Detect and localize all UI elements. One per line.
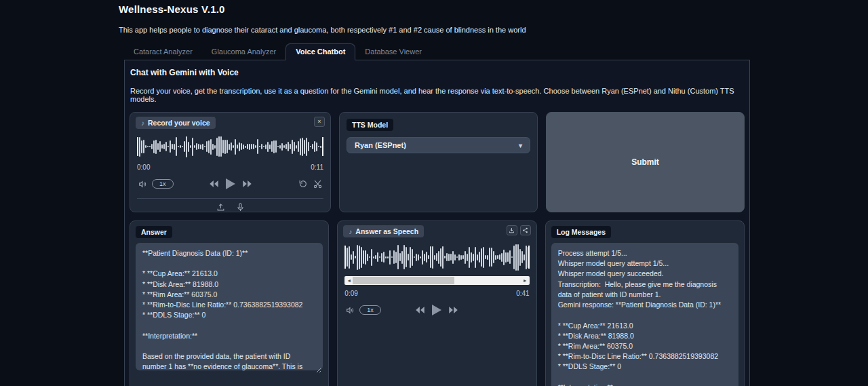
tab-cataract-analyzer[interactable]: Cataract Analyzer	[124, 44, 202, 60]
answer-label: Answer	[136, 226, 172, 238]
speech-label: Answer as Speech	[355, 227, 418, 235]
page-title: Wellness-Nexus V.1.0	[119, 3, 750, 15]
speech-time-total: 0:41	[516, 290, 529, 297]
tts-model-block: TTS Model Ryan (ESPnet) ▾	[339, 112, 538, 212]
audio-recorder: ♪ Record your voice × 0:00 0:11 1x	[130, 112, 331, 212]
music-note-icon: ♪	[349, 228, 352, 235]
chevron-down-icon: ▾	[519, 142, 522, 149]
speech-times: 0:09 0:41	[343, 290, 530, 297]
log-messages-textbox[interactable]: Process attempt 1/5... Whisper model que…	[551, 243, 738, 386]
speech-scrollbar[interactable]: ◄ ►	[344, 276, 529, 285]
app-subtitle: This app helps people to diagnose their …	[119, 26, 750, 34]
volume-icon[interactable]	[138, 180, 147, 189]
fast-forward-icon[interactable]	[448, 306, 458, 314]
recorder-speed-button[interactable]: 1x	[152, 179, 174, 189]
speech-label-badge: ♪ Answer as Speech	[343, 225, 424, 237]
download-icon[interactable]	[507, 225, 517, 235]
upload-icon[interactable]	[216, 203, 225, 212]
trim-scissors-icon[interactable]	[313, 180, 322, 189]
submit-button[interactable]: Submit	[546, 112, 745, 212]
log-messages-label: Log Messages	[551, 226, 611, 238]
section-description: Record your voice, get the transcription…	[130, 87, 745, 103]
rewind-icon[interactable]	[415, 306, 425, 314]
recorder-sources	[136, 203, 325, 212]
recorder-label-badge: ♪ Record your voice	[136, 117, 216, 129]
speech-waveform[interactable]	[344, 243, 529, 271]
tts-model-dropdown[interactable]: Ryan (ESPnet) ▾	[347, 137, 530, 153]
play-icon[interactable]	[225, 178, 236, 190]
speech-controls: 1x	[343, 303, 530, 317]
recorder-controls: 1x	[136, 177, 325, 191]
recorder-time-current: 0:00	[137, 163, 150, 171]
volume-icon[interactable]	[346, 306, 355, 315]
undo-icon[interactable]	[298, 180, 307, 189]
recorder-time-total: 0:11	[311, 163, 323, 171]
answer-textbox[interactable]: **Patient Diagnosis Data (ID: 1)** * **C…	[136, 243, 323, 370]
section-heading: Chat with Gemini with Voice	[130, 68, 745, 77]
tab-voice-chatbot[interactable]: Voice Chatbot	[285, 43, 355, 60]
tts-model-selected: Ryan (ESPnet)	[355, 141, 406, 149]
tts-model-label: TTS Model	[347, 119, 393, 131]
tab-database-viewer[interactable]: Database Viewer	[355, 44, 431, 60]
rewind-icon[interactable]	[209, 180, 219, 188]
close-icon[interactable]: ×	[314, 117, 325, 127]
scroll-left-icon[interactable]: ◄	[347, 276, 351, 285]
scroll-right-icon[interactable]: ►	[523, 276, 528, 285]
tab-glaucoma-analyzer[interactable]: Glaucoma Analyzer	[202, 44, 285, 60]
fast-forward-icon[interactable]	[242, 180, 252, 188]
app-container: Wellness-Nexus V.1.0 This app helps peop…	[119, 0, 750, 386]
microphone-icon[interactable]	[236, 203, 245, 212]
speech-time-current: 0:09	[344, 290, 357, 297]
recorder-divider	[137, 198, 323, 199]
answer-block: Answer **Patient Diagnosis Data (ID: 1)*…	[130, 220, 329, 386]
voice-chatbot-panel: Chat with Gemini with Voice Record your …	[124, 60, 750, 386]
output-row: Answer **Patient Diagnosis Data (ID: 1)*…	[130, 220, 745, 386]
play-icon[interactable]	[431, 304, 442, 316]
speech-speed-button[interactable]: 1x	[359, 305, 381, 315]
log-messages-block: Log Messages Process attempt 1/5... Whis…	[545, 220, 745, 386]
recorder-waveform[interactable]	[137, 134, 323, 159]
input-row: ♪ Record your voice × 0:00 0:11 1x	[130, 112, 745, 212]
tab-bar: Cataract Analyzer Glaucoma Analyzer Voic…	[124, 43, 750, 60]
recorder-times: 0:00 0:11	[136, 163, 325, 171]
scrollbar-thumb[interactable]	[353, 277, 454, 284]
answer-speech-player: ♪ Answer as Speech ◄	[337, 220, 536, 386]
share-icon[interactable]	[520, 225, 531, 235]
music-note-icon: ♪	[141, 119, 144, 127]
recorder-label: Record your voice	[148, 119, 210, 127]
